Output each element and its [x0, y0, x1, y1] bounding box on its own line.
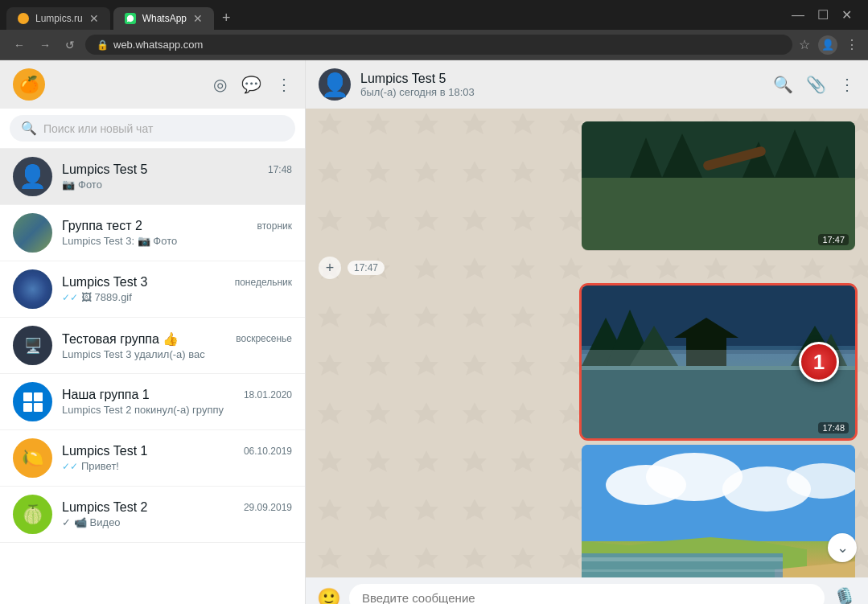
- message-input[interactable]: [349, 584, 825, 604]
- photo-2-selected[interactable]: 1 17:48: [582, 286, 855, 438]
- tab-whatsapp-close[interactable]: ✕: [193, 12, 203, 25]
- minimize-button[interactable]: —: [792, 8, 804, 23]
- time-chip: 17:47: [348, 261, 385, 275]
- add-to-album-button[interactable]: +: [319, 257, 341, 279]
- back-button[interactable]: ←: [10, 37, 29, 53]
- preview-text-2: Lumpics Test 3: 📷 Фото: [62, 235, 177, 247]
- message-2: 1 17:48: [582, 286, 855, 438]
- emoji-button[interactable]: 🙂: [317, 587, 341, 605]
- microphone-button[interactable]: 🎙️: [833, 587, 857, 605]
- contact-name: Lumpics Test 5: [360, 72, 763, 86]
- chat-time-2: вторник: [257, 220, 292, 232]
- chat-item-3[interactable]: Lumpics Test 3 понедельник ✓✓ 🖼 7889.gif: [0, 261, 305, 318]
- browser-chrome: Lumpics.ru ✕ WhatsApp ✕ + — ☐ ✕ ← → ↺ 🔒 …: [0, 0, 868, 60]
- win-pane-tl: [23, 392, 32, 401]
- profile-icon[interactable]: 👤: [818, 35, 837, 55]
- tab-whatsapp[interactable]: WhatsApp ✕: [113, 7, 214, 30]
- chat-name-2: Группа тест 2: [62, 219, 142, 233]
- chat-time-7: 29.09.2019: [244, 502, 292, 513]
- sidebar-icons: ◎ 💬 ⋮: [213, 75, 292, 94]
- win-pane-br: [34, 403, 43, 412]
- chat-time-3: понедельник: [235, 277, 292, 288]
- chat-preview-3: ✓✓ 🖼 7889.gif: [62, 291, 292, 303]
- photo-1: 17:47: [582, 121, 855, 250]
- svg-rect-28: [582, 557, 783, 561]
- tab-whatsapp-label: WhatsApp: [142, 13, 187, 24]
- message-time-1: 17:47: [818, 234, 849, 245]
- app: 🍊 ◎ 💬 ⋮ 🔍 Поиск или новый чат 👤: [0, 60, 868, 604]
- message-time-2: 17:48: [818, 422, 849, 433]
- chat-avatar-2: [13, 213, 52, 253]
- forward-button[interactable]: →: [35, 37, 55, 53]
- chat-main: 👤 Lumpics Test 5 был(-а) сегодня в 18:03…: [306, 60, 868, 604]
- chat-item-1[interactable]: 👤 Lumpics Test 5 17:48 📷 Фото: [0, 149, 305, 205]
- tab-lumpics[interactable]: Lumpics.ru ✕: [6, 7, 110, 30]
- search-input[interactable]: 🔍 Поиск или новый чат: [10, 115, 295, 142]
- chat-info-4: Тестовая группа 👍 воскресенье Lumpics Te…: [62, 331, 292, 360]
- reload-button[interactable]: ↺: [61, 37, 79, 53]
- chat-info-1: Lumpics Test 5 17:48 📷 Фото: [62, 162, 292, 191]
- chat-preview-5: Lumpics Test 2 покинул(-а) группу: [62, 404, 292, 416]
- chat-avatar-3: [13, 269, 52, 309]
- address-text: web.whatsapp.com: [113, 39, 203, 51]
- messages-area[interactable]: 17:47 + 17:47: [306, 109, 868, 577]
- chat-preview-1: 📷 Фото: [62, 179, 292, 191]
- browser-actions: ☆ 👤 ⋮: [799, 35, 858, 55]
- preview-text-3: 🖼 7889.gif: [81, 291, 132, 303]
- chat-header: 👤 Lumpics Test 5 был(-а) сегодня в 18:03…: [306, 60, 868, 109]
- chat-info-6: Lumpics Test 1 06.10.2019 ✓✓ Привет!: [62, 444, 292, 472]
- tab-lumpics-close[interactable]: ✕: [89, 12, 99, 25]
- chat-avatar-7: 🍈: [13, 495, 52, 534]
- attach-icon[interactable]: 📎: [806, 75, 826, 94]
- chat-preview-2: Lumpics Test 3: 📷 Фото: [62, 235, 292, 247]
- svg-rect-1: [582, 178, 855, 250]
- search-chat-icon[interactable]: 🔍: [773, 75, 793, 94]
- chat-more-icon[interactable]: ⋮: [839, 75, 855, 94]
- close-button[interactable]: ✕: [841, 7, 852, 23]
- search-placeholder-text: Поиск или новый чат: [43, 122, 153, 135]
- chat-name-1: Lumpics Test 5: [62, 162, 147, 177]
- photo-count-badge: 1: [799, 342, 839, 382]
- chat-info-7: Lumpics Test 2 29.09.2019 ✓ 📹 Видео: [62, 500, 292, 528]
- menu-icon[interactable]: ⋮: [845, 37, 858, 52]
- chat-icon[interactable]: 💬: [241, 75, 261, 94]
- preview-text-4: Lumpics Test 3 удалил(-а) вас: [62, 348, 205, 360]
- photo-3: ↩ 17:48: [582, 445, 855, 577]
- chat-header-info[interactable]: Lumpics Test 5 был(-а) сегодня в 18:03: [360, 72, 763, 98]
- status-icon[interactable]: ◎: [213, 75, 227, 94]
- chat-avatar-6: 🍋: [13, 438, 52, 478]
- chat-item-7[interactable]: 🍈 Lumpics Test 2 29.09.2019 ✓ 📹 Видео: [0, 487, 305, 543]
- chat-item-6[interactable]: 🍋 Lumpics Test 1 06.10.2019 ✓✓ Привет!: [0, 430, 305, 487]
- tab-lumpics-label: Lumpics.ru: [35, 13, 83, 24]
- forest-image: [582, 121, 855, 250]
- chat-header-icons: 🔍 📎 ⋮: [773, 75, 855, 94]
- chat-avatar-4: 🖥️: [13, 326, 52, 365]
- camera-icon-1: 📷: [62, 179, 75, 191]
- more-options-icon[interactable]: ⋮: [276, 75, 292, 94]
- chat-time-1: 17:48: [268, 164, 292, 175]
- chat-info-2: Группа тест 2 вторник Lumpics Test 3: 📷 …: [62, 219, 292, 247]
- address-input[interactable]: 🔒 web.whatsapp.com: [85, 35, 792, 55]
- chat-info-3: Lumpics Test 3 понедельник ✓✓ 🖼 7889.gif: [62, 275, 292, 303]
- chat-time-5: 18.01.2020: [244, 389, 292, 401]
- sunny-coast-image: [582, 445, 855, 577]
- whatsapp-favicon: [125, 13, 136, 24]
- user-avatar[interactable]: 🍊: [13, 68, 45, 101]
- chat-info-5: Наша группа 1 18.01.2020 Lumpics Test 2 …: [62, 388, 292, 416]
- new-tab-button[interactable]: +: [214, 6, 239, 30]
- chat-item-4[interactable]: 🖥️ Тестовая группа 👍 воскресенье Lumpics…: [0, 318, 305, 374]
- search-bar: 🔍 Поиск или новый чат: [0, 109, 305, 149]
- bookmark-icon[interactable]: ☆: [799, 37, 810, 52]
- tab-bar: Lumpics.ru ✕ WhatsApp ✕ + — ☐ ✕: [0, 0, 868, 30]
- contact-avatar-icon: 👤: [321, 72, 349, 98]
- sidebar: 🍊 ◎ 💬 ⋮ 🔍 Поиск или новый чат 👤: [0, 60, 306, 604]
- scroll-down-button[interactable]: ⌄: [828, 533, 857, 562]
- chat-item-2[interactable]: Группа тест 2 вторник Lumpics Test 3: 📷 …: [0, 205, 305, 261]
- maximize-button[interactable]: ☐: [817, 7, 829, 23]
- win-pane-bl: [23, 403, 32, 412]
- chat-item-5[interactable]: Наша группа 1 18.01.2020 Lumpics Test 2 …: [0, 374, 305, 430]
- chat-name-6: Lumpics Test 1: [62, 444, 147, 458]
- preview-text-1: Фото: [78, 179, 102, 191]
- preview-text-7: 📹 Видео: [74, 516, 121, 528]
- contact-status: был(-а) сегодня в 18:03: [360, 86, 763, 98]
